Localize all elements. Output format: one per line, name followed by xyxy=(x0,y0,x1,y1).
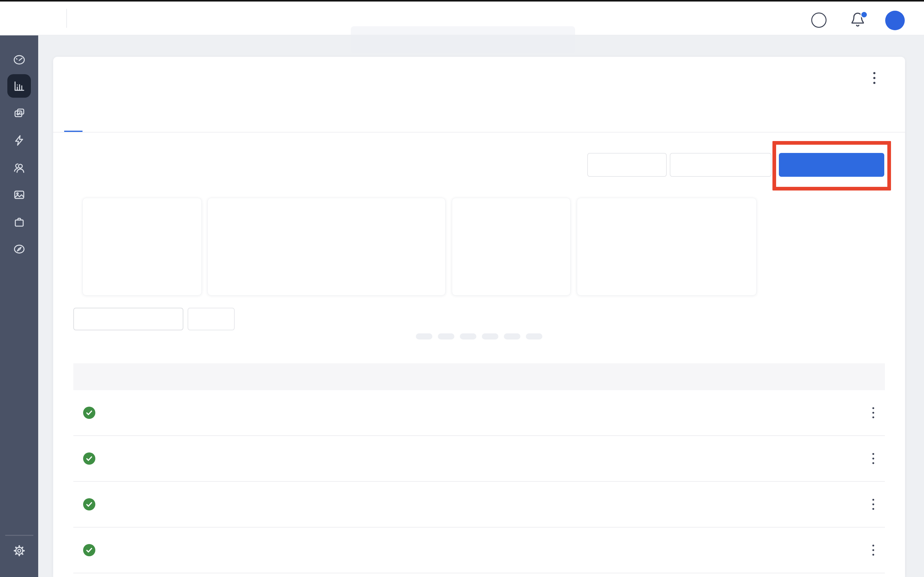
rows-inserted-chart-card xyxy=(577,198,756,295)
tab-categorizations[interactable] xyxy=(82,108,101,132)
row-kebab-menu[interactable] xyxy=(861,451,885,466)
status-check-icon xyxy=(83,544,95,556)
chip-google[interactable] xyxy=(438,334,454,340)
bar-chart-icon xyxy=(13,79,26,93)
speedometer-icon xyxy=(13,53,26,66)
sidebar-divider xyxy=(5,535,33,536)
image-icon xyxy=(13,188,26,201)
sidebar-item-creative[interactable] xyxy=(7,183,31,206)
screen xyxy=(0,0,924,577)
client-settings-button[interactable] xyxy=(587,153,667,177)
filter-chips xyxy=(53,334,905,340)
tab-sources[interactable] xyxy=(64,108,82,132)
bag-icon xyxy=(13,215,26,229)
sidebar-item-commerce[interactable] xyxy=(7,210,31,234)
table-row xyxy=(73,436,885,482)
status-check-icon xyxy=(83,498,95,511)
card-kebab-menu[interactable] xyxy=(871,70,877,86)
add-new-datasource-button[interactable] xyxy=(779,153,884,177)
sidebar xyxy=(0,35,38,577)
table-row xyxy=(73,390,885,436)
sidebar-item-automations[interactable] xyxy=(7,129,31,152)
client-authorizations-button[interactable] xyxy=(670,153,772,177)
sidebar-item-tasks[interactable] xyxy=(7,102,31,125)
screen-top-edge xyxy=(0,0,924,2)
sidebar-item-settings[interactable] xyxy=(7,539,31,562)
gear-icon xyxy=(13,544,26,558)
reporting-card xyxy=(53,57,905,577)
row-kebab-menu[interactable] xyxy=(861,405,885,420)
tab-explorer[interactable] xyxy=(101,108,119,132)
chip-microsoft[interactable] xyxy=(482,334,498,340)
users-icon xyxy=(13,161,26,174)
tabs-divider xyxy=(53,132,905,132)
sidebar-item-dashboard[interactable] xyxy=(7,48,31,71)
compass-icon xyxy=(13,242,26,256)
chip-tiktok[interactable] xyxy=(526,334,542,340)
sidebar-item-audiences[interactable] xyxy=(7,156,31,179)
chip-settings[interactable] xyxy=(504,334,520,340)
lightning-icon xyxy=(13,134,26,147)
chip-facebook[interactable] xyxy=(460,334,477,340)
table-header xyxy=(73,363,885,390)
radar-chart-card xyxy=(207,198,446,295)
topbar xyxy=(0,2,924,35)
table-row xyxy=(73,527,885,573)
status-check-icon xyxy=(83,407,95,419)
sidebar-item-explore[interactable] xyxy=(7,237,31,261)
notifications-bell-icon[interactable] xyxy=(850,12,867,28)
logo-divider xyxy=(66,9,67,28)
table-row xyxy=(73,482,885,527)
tab-reports[interactable] xyxy=(119,108,137,132)
user-avatar[interactable] xyxy=(885,11,905,30)
datasources-table xyxy=(73,363,885,573)
rows-inserted-bar-chart xyxy=(577,198,756,295)
clipboard-check-icon xyxy=(13,106,26,120)
status-check-icon xyxy=(83,453,95,465)
radar-chart xyxy=(208,198,445,295)
help-icon[interactable] xyxy=(811,13,827,28)
notification-badge xyxy=(861,11,868,18)
active-datasources-card xyxy=(82,198,202,295)
tabs xyxy=(64,108,156,132)
chip-alli-data-library[interactable] xyxy=(416,334,432,340)
search-button[interactable] xyxy=(187,308,235,330)
row-kebab-menu[interactable] xyxy=(861,497,885,512)
sidebar-item-reporting[interactable] xyxy=(7,74,31,98)
search-input[interactable] xyxy=(73,308,183,330)
row-kebab-menu[interactable] xyxy=(861,543,885,558)
tab-alerts[interactable] xyxy=(137,108,156,132)
data-usage-card xyxy=(452,198,570,295)
